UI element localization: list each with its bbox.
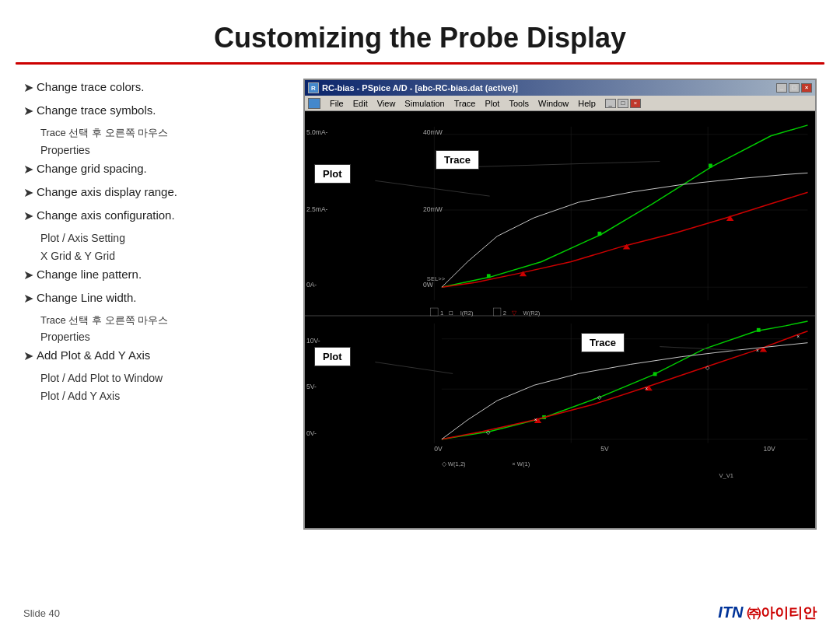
bullet-arrow-2: ➤: [23, 102, 33, 121]
screenshot-window: R RC-bias - PSpice A/D - [abc-RC-bias.da…: [303, 79, 817, 530]
inner-minimize-button[interactable]: _: [605, 99, 616, 108]
sub-item-5-2: X Grid & Y Grid: [40, 248, 288, 264]
bullet-arrow-7: ➤: [23, 289, 33, 308]
content-area: ➤ Change trace colors. ➤ Change trace sy…: [0, 65, 840, 601]
svg-rect-0: [305, 111, 815, 513]
maximize-button[interactable]: □: [789, 83, 800, 93]
menu-plot[interactable]: Plot: [485, 99, 499, 108]
svg-rect-24: [597, 232, 601, 236]
plot-callout-1-text: Plot: [323, 168, 342, 180]
bullet-item-1: ➤ Change trace colors.: [23, 79, 288, 97]
sub-item-2-1: Trace 선택 후 오른쪽 마우스: [40, 125, 288, 141]
bullet-text-6: Change line pattern.: [37, 266, 142, 284]
svg-text:2: 2: [503, 310, 506, 317]
menu-trace[interactable]: Trace: [454, 99, 476, 108]
bullet-arrow-6: ➤: [23, 266, 33, 285]
window-title: RC-bias - PSpice A/D - [abc-RC-bias.dat …: [322, 83, 518, 93]
bullet-list: ➤ Change trace colors. ➤ Change trace sy…: [23, 79, 288, 593]
plot-callout-2: Plot: [314, 347, 351, 366]
svg-text:0V-: 0V-: [306, 429, 317, 437]
slide-number: Slide 40: [23, 607, 60, 619]
bullet-text-5: Change axis configuration.: [37, 207, 175, 225]
brand-korean: ㈜아이티안: [747, 605, 817, 621]
bullet-item-2: ➤ Change trace symbols.: [23, 102, 288, 121]
bullet-item-4: ➤ Change axis display range.: [23, 184, 288, 202]
window-menubar: File Edit View Simulation Trace Plot Too…: [305, 96, 815, 111]
window-app-icon: R: [308, 82, 319, 93]
trace-callout-1: Trace: [436, 150, 479, 170]
plot-callout-2-text: Plot: [323, 351, 342, 362]
plot-svg: 5.0mA- 2.5mA- 0A- 40mW 20mW 0W SEL>> 1 □…: [305, 111, 815, 513]
bullet-text-7: Change Line width.: [37, 289, 136, 307]
minimize-button[interactable]: _: [776, 83, 787, 93]
sub-item-2-2: Properties: [40, 142, 288, 159]
bullet-item-6: ➤ Change line pattern.: [23, 266, 288, 285]
close-button[interactable]: ×: [801, 83, 812, 93]
sub-item-5-1: Plot / Axis Setting: [40, 230, 288, 247]
trace-callout-1-text: Trace: [444, 154, 471, 166]
svg-text:0V: 0V: [434, 444, 443, 452]
bullet-item-3: ➤ Change grid spacing.: [23, 160, 288, 179]
bullet-text-2: Change trace symbols.: [37, 102, 156, 120]
bullet-item-7: ➤ Change Line width.: [23, 289, 288, 308]
page-title: Customizing the Probe Display: [0, 0, 840, 62]
svg-text:5V: 5V: [600, 444, 609, 452]
brand-container: ITN ㈜아이티안: [718, 604, 817, 622]
svg-text:I(R2): I(R2): [460, 310, 474, 317]
bullet-text-4: Change axis display range.: [37, 184, 177, 201]
svg-text:2.5mA-: 2.5mA-: [306, 205, 328, 213]
inner-window-controls[interactable]: _ □ ×: [605, 99, 641, 108]
svg-text:40mW: 40mW: [423, 128, 443, 136]
bullet-text-3: Change grid spacing.: [37, 160, 147, 178]
bullet-item-5: ➤ Change axis configuration.: [23, 207, 288, 226]
menu-tools[interactable]: Tools: [509, 99, 529, 108]
titlebar-left: R RC-bias - PSpice A/D - [abc-RC-bias.da…: [308, 82, 518, 93]
svg-text:1: 1: [440, 310, 443, 317]
menu-help[interactable]: Help: [578, 99, 596, 108]
svg-rect-45: [653, 372, 657, 376]
menu-view[interactable]: View: [377, 99, 396, 108]
inner-close-button[interactable]: ×: [630, 99, 641, 108]
bullet-arrow-5: ➤: [23, 207, 33, 226]
inner-maximize-button[interactable]: □: [618, 99, 628, 108]
sub-item-7-2: Properties: [40, 329, 288, 345]
trace-callout-2-text: Trace: [590, 337, 616, 348]
trace-callout-2: Trace: [581, 333, 625, 352]
svg-text:10V: 10V: [763, 444, 775, 452]
bullet-text-8: Add Plot & Add Y Axis: [37, 347, 150, 365]
bullet-arrow-1: ➤: [23, 79, 33, 97]
svg-text:0A-: 0A-: [306, 281, 317, 289]
svg-text:▽: ▽: [512, 310, 517, 317]
svg-text:V_V1: V_V1: [719, 472, 733, 479]
brand-itn: ITN: [718, 604, 743, 621]
svg-text:10V-: 10V-: [306, 337, 320, 345]
menu-window[interactable]: Window: [538, 99, 569, 108]
bullet-arrow-8: ➤: [23, 347, 33, 366]
svg-rect-25: [709, 163, 712, 167]
sub-item-8-2: Plot / Add Y Axis: [40, 388, 288, 404]
svg-text:20mW: 20mW: [423, 205, 443, 213]
menu-file[interactable]: File: [330, 99, 344, 108]
svg-rect-23: [487, 274, 491, 278]
svg-rect-9: [431, 308, 439, 316]
bullet-item-8: ➤ Add Plot & Add Y Axis: [23, 347, 288, 366]
screenshot-container: R RC-bias - PSpice A/D - [abc-RC-bias.da…: [303, 79, 817, 593]
svg-text:□: □: [449, 310, 453, 317]
app-icon-small: [308, 98, 320, 109]
svg-text:5V-: 5V-: [306, 383, 317, 390]
bullet-arrow-4: ➤: [23, 184, 33, 202]
menu-simulation[interactable]: Simulation: [404, 99, 444, 108]
window-controls[interactable]: _ □ ×: [776, 83, 812, 93]
svg-text:W(R2): W(R2): [523, 310, 540, 317]
svg-text:× W(1): × W(1): [512, 460, 530, 467]
svg-text:×: ×: [756, 347, 759, 352]
svg-text:◇ W(1,2): ◇ W(1,2): [442, 460, 466, 467]
bullet-arrow-3: ➤: [23, 160, 33, 179]
svg-text:SEL>>: SEL>>: [427, 275, 446, 282]
svg-rect-46: [757, 328, 761, 332]
sub-item-7-1: Trace 선택 후 오른쪽 마우스: [40, 313, 288, 328]
menu-edit[interactable]: Edit: [353, 99, 368, 108]
window-titlebar: R RC-bias - PSpice A/D - [abc-RC-bias.da…: [305, 80, 815, 96]
svg-rect-13: [493, 308, 501, 316]
sub-item-8-1: Plot / Add Plot to Window: [40, 370, 288, 387]
